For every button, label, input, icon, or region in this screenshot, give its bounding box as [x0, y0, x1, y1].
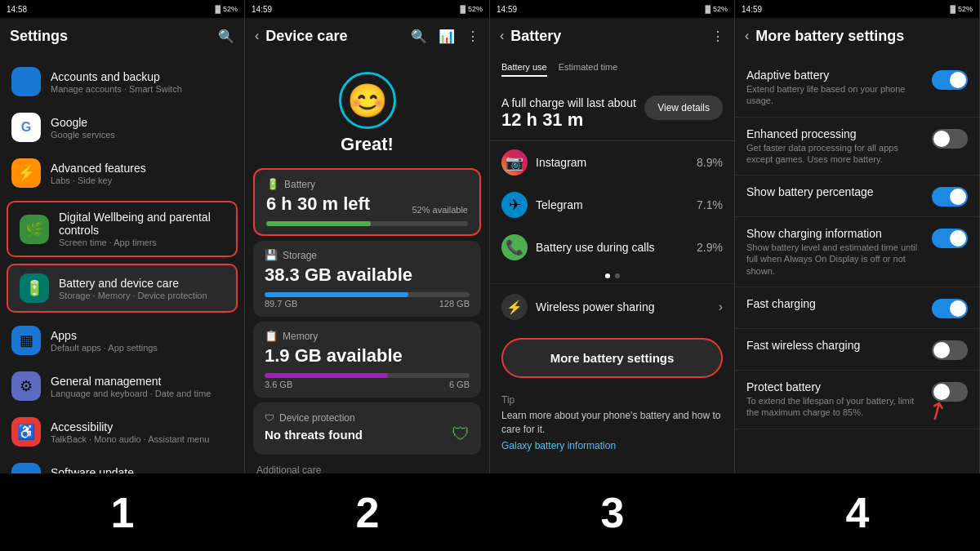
accounts-text: Accounts and backup Manage accounts · Sm… — [51, 70, 233, 94]
app-telegram[interactable]: ✈ Telegram 7.1% — [490, 184, 734, 226]
wireless-icon: ⚡ — [501, 294, 528, 320]
settings-item-wellbeing[interactable]: 🌿 Digital Wellbeing and parental control… — [7, 201, 238, 257]
tip-section: Tip Learn more about your phone's batter… — [490, 386, 734, 460]
number-2: 2 — [245, 473, 490, 551]
instagram-icon: 📷 — [501, 149, 528, 176]
fast-wireless-item[interactable]: Fast wireless charging — [735, 329, 979, 371]
great-section: 😊 Great! — [245, 59, 489, 163]
more-battery-settings-button[interactable]: More battery settings — [501, 338, 723, 378]
screen-battery: 14:59 ▓ 52% ‹ Battery ⋮ Battery use Esti… — [490, 0, 735, 473]
search-icon-2[interactable]: 🔍 — [411, 29, 427, 44]
battery-status-4: 52% — [958, 5, 973, 13]
adaptive-toggle[interactable] — [932, 70, 968, 90]
memory-card-value: 1.9 GB available — [265, 345, 470, 367]
storage-progress-fill — [265, 292, 408, 297]
app-calls[interactable]: 📞 Battery use during calls 2.9% — [490, 226, 734, 269]
show-pct-title: Show battery percentage — [746, 185, 925, 198]
general-icon: ⚙ — [11, 371, 41, 401]
accessibility-label: Accessibility — [51, 420, 233, 433]
time-1: 14:58 — [7, 5, 27, 14]
memory-card-icon: 📋 — [265, 330, 278, 342]
protection-value: No threats found — [265, 428, 363, 442]
adaptive-battery-item[interactable]: Adaptive battery Extend battery life bas… — [735, 59, 979, 118]
protection-icon: 🛡 — [265, 412, 274, 424]
battery-icons: ⋮ — [711, 29, 724, 44]
device-protection-card[interactable]: 🛡 Device protection No threats found 🛡 — [253, 402, 481, 455]
memory-card-header: 📋 Memory — [265, 330, 470, 342]
settings-item-accessibility[interactable]: ♿ Accessibility TalkBack · Mono audio · … — [0, 409, 244, 455]
settings-item-accounts[interactable]: 👤 Accounts and backup Manage accounts · … — [0, 59, 244, 104]
device-care-title: Device care — [265, 28, 411, 45]
fast-wireless-toggle[interactable] — [932, 340, 968, 360]
bottom-numbers-row: 1 2 3 4 — [0, 473, 980, 551]
enhanced-toggle[interactable] — [932, 129, 968, 149]
accessibility-icon: ♿ — [11, 417, 41, 447]
settings-item-apps[interactable]: ▦ Apps Default apps · App settings — [0, 318, 244, 363]
tip-label: Tip — [501, 394, 723, 406]
settings-item-software[interactable]: ↓ Software update Download and install — [0, 455, 244, 473]
signal-icon-4: ▓ — [950, 5, 956, 13]
dot-2 — [615, 273, 620, 278]
show-pct-toggle[interactable] — [932, 187, 968, 207]
enhanced-processing-item[interactable]: Enhanced processing Get faster data proc… — [735, 118, 979, 176]
wireless-chevron-icon: › — [719, 300, 723, 314]
battery-status-3: 52% — [713, 5, 728, 13]
accessibility-text: Accessibility TalkBack · Mono audio · As… — [51, 420, 233, 444]
wireless-label: Wireless power sharing — [536, 300, 710, 313]
fast-charging-item[interactable]: Fast charging — [735, 287, 979, 329]
status-bar-4: 14:59 ▓ 52% — [735, 0, 979, 18]
storage-care-card[interactable]: 💾 Storage 38.3 GB available 89.7 GB 128 … — [253, 241, 481, 317]
more-icon[interactable]: ⋮ — [466, 29, 479, 44]
back-button-3[interactable]: ‹ — [500, 29, 504, 43]
battery-status-2: 52% — [468, 5, 483, 13]
back-button-2[interactable]: ‹ — [255, 29, 259, 43]
show-charge-toggle[interactable] — [932, 229, 968, 248]
instagram-name: Instagram — [536, 156, 688, 169]
screen-settings: 14:58 ▓ 52% Settings 🔍 👤 Accounts and ba… — [0, 0, 245, 473]
battery-icon: 🔋 — [20, 273, 49, 303]
memory-care-card[interactable]: 📋 Memory 1.9 GB available 3.6 GB 6 GB — [253, 322, 481, 398]
fast-charge-toggle[interactable] — [932, 299, 968, 318]
wireless-power-item[interactable]: ⚡ Wireless power sharing › — [490, 283, 734, 330]
more-battery-title: More battery settings — [755, 28, 969, 45]
tip-link[interactable]: Galaxy battery information — [501, 440, 723, 451]
calls-icon: 📞 — [501, 234, 528, 260]
storage-total: 128 GB — [439, 299, 470, 309]
settings-item-google[interactable]: G Google Google services — [0, 104, 244, 150]
app-instagram[interactable]: 📷 Instagram 8.9% — [490, 141, 734, 184]
battery-care-card[interactable]: 🔋 Battery 6 h 30 m left 52% available — [253, 168, 481, 236]
protection-label: Device protection — [279, 412, 355, 424]
chart-icon[interactable]: 📊 — [439, 29, 455, 44]
wellbeing-label: Digital Wellbeing and parental controls — [59, 211, 225, 237]
show-charge-item[interactable]: Show charging information Show battery l… — [735, 217, 979, 287]
screen-more-battery: 14:59 ▓ 52% ‹ More battery settings Adap… — [735, 0, 980, 473]
battery-progress-bar — [266, 221, 468, 226]
back-button-4[interactable]: ‹ — [745, 29, 749, 43]
google-sub: Google services — [51, 130, 233, 140]
great-label: Great! — [341, 134, 394, 155]
memory-used: 3.6 GB — [265, 380, 292, 389]
number-4: 4 — [735, 473, 980, 551]
advanced-text: Advanced features Labs · Side key — [51, 162, 233, 185]
apps-icon: ▦ — [11, 326, 41, 355]
apps-text: Apps Default apps · App settings — [51, 329, 233, 353]
show-charge-sub: Show battery level and estimated time un… — [746, 242, 925, 277]
settings-item-advanced[interactable]: ⚡ Advanced features Labs · Side key — [0, 150, 244, 196]
tab-estimated-time[interactable]: Estimated time — [559, 62, 618, 77]
view-details-button[interactable]: View details — [644, 96, 723, 120]
more-icon-3[interactable]: ⋮ — [711, 29, 724, 44]
settings-item-general[interactable]: ⚙ General management Language and keyboa… — [0, 363, 244, 409]
settings-item-battery[interactable]: 🔋 Battery and device care Storage · Memo… — [7, 264, 238, 313]
battery-card-value: 6 h 30 m left — [266, 193, 370, 215]
fast-wireless-text: Fast wireless charging — [746, 339, 925, 353]
shield-check-icon: 🛡 — [452, 424, 470, 445]
screen-device-care: 14:59 ▓ 52% ‹ Device care 🔍 📊 ⋮ 😊 Great! — [245, 0, 490, 473]
battery-card-icon: 🔋 — [266, 178, 279, 190]
accounts-label: Accounts and backup — [51, 70, 233, 83]
memory-card-label: Memory — [283, 331, 318, 342]
search-icon[interactable]: 🔍 — [218, 29, 234, 44]
status-right-1: ▓ 52% — [215, 5, 238, 13]
show-pct-item[interactable]: Show battery percentage — [735, 176, 979, 217]
tab-battery-use[interactable]: Battery use — [501, 62, 547, 77]
time-2: 14:59 — [252, 5, 272, 14]
